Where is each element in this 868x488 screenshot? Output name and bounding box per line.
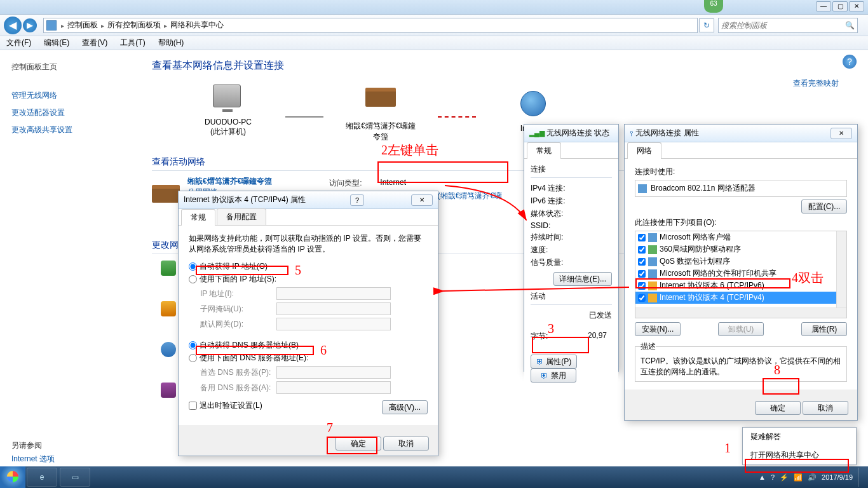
ipv4-dialog-titlebar[interactable]: Internet 协议版本 4 (TCP/IPv4) 属性 ? ✕ xyxy=(179,191,438,209)
start-button[interactable] xyxy=(0,466,25,488)
tray-date: 2017/9/19 xyxy=(822,473,853,481)
auto-dns-radio[interactable] xyxy=(189,341,197,349)
annotation-6: 6 xyxy=(320,343,327,358)
menu-edit[interactable]: 编辑(E) xyxy=(41,36,72,50)
ip-addr-input[interactable] xyxy=(276,287,391,300)
list-scrollbar-v[interactable] xyxy=(836,231,846,308)
crumb-0[interactable]: 控制面板 xyxy=(67,20,98,30)
pref-dns-input[interactable] xyxy=(276,366,391,379)
auto-dns-row[interactable]: 自动获得 DNS 服务器地址(B) xyxy=(189,340,428,351)
taskbar-ie[interactable]: e xyxy=(27,468,57,487)
nav-back-button[interactable]: ◀ xyxy=(4,17,22,34)
location-box[interactable]: 控制面板 所有控制面板项 网络和共享中心 xyxy=(43,18,698,33)
advanced-button[interactable]: 高级(V)... xyxy=(382,400,428,414)
nav-forward-button[interactable]: ▶ xyxy=(23,18,37,32)
auto-ip-row[interactable]: 自动获得 IP 地址(O) xyxy=(189,261,428,272)
dialog-help-button[interactable]: ? xyxy=(350,194,364,206)
tray-overflow-icon[interactable]: ▲ xyxy=(759,473,766,481)
uninstall-button[interactable]: 卸载(U) xyxy=(718,322,764,336)
window-minimize-button[interactable]: — xyxy=(816,1,831,11)
tray-power-icon[interactable]: ⚡ xyxy=(780,473,789,482)
auto-ip-label: 自动获得 IP 地址(O) xyxy=(200,262,268,271)
crumb-1[interactable]: 所有控制面板项 xyxy=(107,20,161,30)
menu-bar: 文件(F) 编辑(E) 查看(V) 工具(T) 帮助(H) xyxy=(0,36,868,50)
taskbar-explorer[interactable]: ▭ xyxy=(60,468,90,487)
full-map-link[interactable]: 查看完整映射 xyxy=(793,78,839,89)
item-checkbox[interactable] xyxy=(638,282,646,290)
item-checkbox[interactable] xyxy=(638,246,646,254)
props-close-button[interactable]: ✕ xyxy=(831,128,852,139)
tray-network-icon[interactable]: 📶 xyxy=(794,473,803,482)
gateway-input[interactable] xyxy=(276,318,391,330)
connect-icon xyxy=(161,301,176,316)
search-icon: 🔍 xyxy=(845,21,855,30)
window-maximize-button[interactable]: ▢ xyxy=(832,1,848,11)
tray-menu-open-network-center[interactable]: 打开网络和共享中心 xyxy=(743,446,856,464)
help-icon[interactable]: ? xyxy=(843,55,857,69)
ipv4-cancel-button[interactable]: 取消 xyxy=(383,437,429,451)
alt-dns-input[interactable] xyxy=(276,381,391,394)
tray-clock[interactable]: 2017/9/19 xyxy=(822,473,853,481)
quality-label: 信号质量: xyxy=(531,257,588,268)
network-icon xyxy=(365,88,396,107)
item-checkbox[interactable] xyxy=(638,294,646,302)
ipv4-label: IPv4 连接: xyxy=(531,183,588,194)
manual-ip-row[interactable]: 使用下面的 IP 地址(S): xyxy=(189,274,428,285)
auto-ip-radio[interactable] xyxy=(189,262,197,271)
crumb-2[interactable]: 网络和共享中心 xyxy=(170,20,224,30)
subnet-input[interactable] xyxy=(276,302,391,315)
search-input[interactable] xyxy=(721,21,845,30)
props-cancel-button[interactable]: 取消 xyxy=(803,401,848,415)
props-ok-button[interactable]: 确定 xyxy=(755,401,801,415)
show-desktop-button[interactable] xyxy=(858,468,863,487)
item-checkbox[interactable] xyxy=(638,234,646,241)
sidebar-sharing[interactable]: 更改高级共享设置 xyxy=(11,125,116,135)
tray-action-icon[interactable]: ? xyxy=(771,473,775,481)
menu-tools[interactable]: 工具(T) xyxy=(118,36,147,50)
control-panel-icon xyxy=(46,20,57,30)
props-tab-network[interactable]: 网络 xyxy=(627,142,661,159)
item-checkbox[interactable] xyxy=(638,270,646,278)
list-item: 360局域网防护驱动程序 xyxy=(635,243,846,255)
dialog-close-button[interactable]: ✕ xyxy=(411,194,433,206)
svg-line-0 xyxy=(442,287,629,291)
list-scrollbar-h[interactable] xyxy=(635,308,846,318)
status-disable-button[interactable]: ⛨ 禁用 xyxy=(531,369,576,383)
sidebar-wireless[interactable]: 管理无线网络 xyxy=(11,90,116,101)
breadcrumb[interactable]: 控制面板 所有控制面板项 网络和共享中心 xyxy=(59,20,224,30)
manual-dns-radio[interactable] xyxy=(189,354,197,362)
ipv4-ok-button[interactable]: 确定 xyxy=(336,437,381,451)
computer-icon xyxy=(213,85,241,107)
annotation-7: 7 xyxy=(327,421,333,435)
tab-general[interactable]: 常规 xyxy=(181,209,215,226)
menu-view[interactable]: 查看(V) xyxy=(79,36,110,50)
configure-button[interactable]: 配置(C)... xyxy=(801,200,847,214)
refresh-button[interactable]: ↻ xyxy=(699,18,714,32)
tray-volume-icon[interactable]: 🔊 xyxy=(808,473,817,482)
sidebar-home[interactable]: 控制面板主页 xyxy=(11,62,116,72)
validate-checkbox[interactable] xyxy=(189,402,197,410)
sidebar: 控制面板主页 管理无线网络 更改适配器设置 更改高级共享设置 另请参阅 Inte… xyxy=(0,50,127,466)
window-close-button[interactable]: ✕ xyxy=(849,1,864,11)
props-titlebar[interactable]: ⫯ 无线网络连接 属性 ✕ xyxy=(625,125,857,142)
see-also-internet-options[interactable]: Internet 选项 xyxy=(11,454,116,464)
status-properties-button[interactable]: ⛨ 属性(P) xyxy=(531,355,577,369)
tray-menu-troubleshoot[interactable]: 疑难解答 xyxy=(743,428,856,446)
network-name: 缃戠€煟笃潇芥€曪鐘夸篞 xyxy=(342,121,419,142)
item-properties-button[interactable]: 属性(R) xyxy=(801,322,847,336)
tab-alternate[interactable]: 备用配置 xyxy=(217,208,266,225)
status-titlebar[interactable]: ▂▄▆ 无线网络连接 状态 xyxy=(524,125,618,142)
install-button[interactable]: 安装(N)... xyxy=(635,322,681,336)
status-tab-general[interactable]: 常规 xyxy=(527,142,561,159)
manual-ip-radio[interactable] xyxy=(189,275,197,283)
menu-help[interactable]: 帮助(H) xyxy=(156,36,187,50)
manual-dns-row[interactable]: 使用下面的 DNS 服务器地址(E): xyxy=(189,353,428,363)
address-bar: ◀ ▶ 控制面板 所有控制面板项 网络和共享中心 ↻ 🔍 xyxy=(0,15,868,36)
sent-label: 已发送 xyxy=(531,310,612,321)
adapter-mini-icon: ⫯ xyxy=(630,129,634,138)
sidebar-adapters[interactable]: 更改适配器设置 xyxy=(11,107,116,118)
menu-file[interactable]: 文件(F) xyxy=(4,36,34,50)
network-card-name[interactable]: 缃戠€煟笃潇芥€曪鐘夸篞 xyxy=(187,176,272,187)
search-box[interactable]: 🔍 xyxy=(718,18,858,33)
item-checkbox[interactable] xyxy=(638,258,646,266)
